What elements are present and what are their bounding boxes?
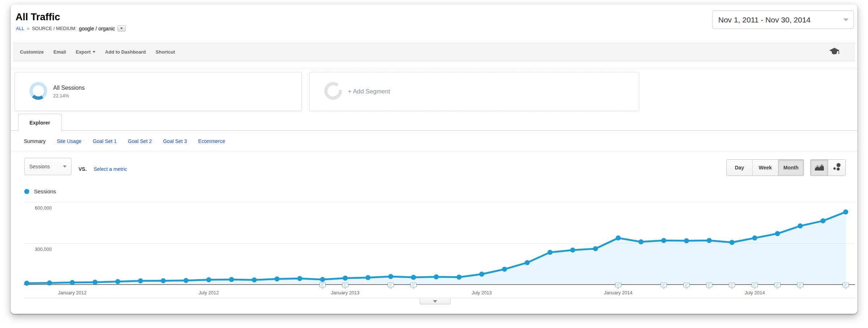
x-axis-tick-label: July 2013 (472, 290, 492, 295)
breadcrumb-separator: » (27, 26, 29, 31)
data-point[interactable] (161, 278, 166, 283)
action-toolbar: Customize Email Export Add to Dashboard … (13, 43, 855, 61)
data-point[interactable] (434, 274, 439, 279)
data-point[interactable] (775, 231, 780, 236)
data-point[interactable] (707, 238, 712, 243)
email-button[interactable]: Email (54, 49, 66, 55)
breadcrumb-dropdown-button[interactable] (118, 25, 125, 31)
subtab-site-usage[interactable]: Site Usage (57, 138, 81, 144)
data-point[interactable] (24, 281, 29, 286)
x-axis-tick-label: January 2014 (604, 290, 633, 295)
education-graduation-cap-icon[interactable] (829, 47, 840, 57)
subtab-ecommerce[interactable]: Ecommerce (198, 138, 225, 144)
data-point[interactable] (320, 277, 325, 282)
data-point[interactable] (206, 277, 211, 282)
data-point[interactable] (684, 238, 689, 243)
annotation-marker-icon[interactable] (342, 283, 348, 289)
data-point[interactable] (138, 278, 143, 283)
data-point[interactable] (252, 277, 257, 282)
annotations-drawer-toggle[interactable] (420, 298, 451, 304)
data-point[interactable] (525, 260, 530, 265)
metric-dropdown[interactable]: Sessions (24, 158, 72, 175)
data-point[interactable] (93, 280, 98, 285)
add-segment-label: + Add Segment (348, 88, 390, 95)
y-axis-tick-label: 300,000 (35, 247, 52, 252)
report-card: All Traffic ALL » SOURCE / MEDIUM: googl… (10, 4, 858, 314)
add-to-dashboard-button[interactable]: Add to Dashboard (105, 49, 146, 55)
chevron-down-icon (63, 165, 67, 168)
breadcrumb-all-link[interactable]: ALL (16, 26, 24, 31)
tab-explorer[interactable]: Explorer (18, 114, 61, 131)
annotation-marker-icon[interactable] (684, 283, 689, 289)
x-axis-tick-label: January 2013 (331, 290, 359, 295)
series-area-fill (27, 212, 846, 285)
chevron-down-icon (93, 51, 95, 53)
granularity-week-button[interactable]: Week (752, 160, 778, 176)
motion-chart-type-button[interactable] (828, 160, 845, 176)
subtab-goal-set-1[interactable]: Goal Set 1 (93, 138, 116, 144)
subtab-summary[interactable]: Summary (24, 138, 46, 144)
breadcrumb-dimension-value: google / organic (79, 26, 115, 31)
data-point[interactable] (297, 276, 302, 281)
data-point[interactable] (479, 272, 484, 277)
select-a-metric-link[interactable]: Select a metric (94, 166, 127, 172)
subtab-goal-set-3[interactable]: Goal Set 3 (163, 138, 187, 144)
annotation-marker-icon[interactable] (752, 283, 758, 289)
data-point[interactable] (661, 238, 666, 243)
data-point[interactable] (593, 246, 598, 251)
annotation-marker-icon[interactable] (706, 283, 712, 289)
subtab-goal-set-2[interactable]: Goal Set 2 (128, 138, 152, 144)
data-point[interactable] (729, 240, 735, 245)
data-point[interactable] (70, 280, 75, 285)
data-point[interactable] (47, 280, 52, 285)
data-point[interactable] (229, 277, 234, 282)
data-point[interactable] (456, 275, 461, 280)
data-point[interactable] (616, 235, 621, 240)
legend-dot-icon (24, 189, 29, 194)
data-point[interactable] (798, 223, 803, 228)
explorer-subtabs: Summary Site Usage Goal Set 1 Goal Set 2… (11, 131, 857, 151)
data-point[interactable] (502, 267, 507, 272)
annotation-marker-icon[interactable] (320, 283, 326, 289)
legend-label: Sessions (34, 188, 56, 194)
line-chart-type-button[interactable] (810, 160, 828, 176)
data-point[interactable] (548, 250, 553, 255)
data-point[interactable] (343, 276, 348, 281)
data-point[interactable] (366, 275, 371, 280)
granularity-month-button[interactable]: Month (778, 160, 804, 176)
x-axis-tick-label: July 2012 (199, 290, 219, 295)
shortcut-button[interactable]: Shortcut (156, 49, 175, 55)
vs-label: VS. (78, 166, 87, 172)
chevron-down-icon (843, 18, 848, 21)
segment-percent: 22.14% (53, 93, 85, 98)
data-point[interactable] (411, 275, 416, 280)
annotation-marker-icon[interactable] (388, 283, 393, 289)
data-point[interactable] (843, 209, 848, 214)
segments-top-divider (11, 69, 857, 69)
data-point[interactable] (275, 276, 280, 281)
annotation-marker-icon[interactable] (797, 283, 803, 289)
scatter-dots-icon (833, 163, 841, 172)
granularity-day-button[interactable]: Day (727, 160, 752, 176)
data-point[interactable] (115, 279, 120, 284)
annotation-marker-icon[interactable] (729, 283, 735, 289)
customize-button[interactable]: Customize (20, 49, 44, 55)
annotation-marker-icon[interactable] (775, 283, 780, 289)
data-point[interactable] (638, 239, 643, 244)
data-point[interactable] (388, 274, 393, 279)
add-segment-card[interactable]: + Add Segment (309, 72, 639, 111)
segment-card-all-sessions[interactable]: All Sessions 22.14% (14, 72, 302, 111)
data-point[interactable] (821, 218, 826, 223)
annotation-marker-icon[interactable] (661, 283, 667, 289)
metric-dropdown-value: Sessions (29, 164, 50, 169)
chart-type-button-group (810, 159, 846, 176)
annotation-marker-icon[interactable] (410, 283, 416, 289)
segment-title: All Sessions (53, 85, 85, 91)
date-range-selector[interactable]: Nov 1, 2011 - Nov 30, 2014 (712, 10, 854, 29)
data-point[interactable] (752, 235, 757, 240)
export-menu-button[interactable]: Export (76, 49, 95, 55)
data-point[interactable] (183, 278, 188, 283)
data-point[interactable] (570, 248, 575, 253)
annotation-marker-icon[interactable] (615, 283, 621, 289)
annotation-marker-icon[interactable] (843, 283, 848, 289)
